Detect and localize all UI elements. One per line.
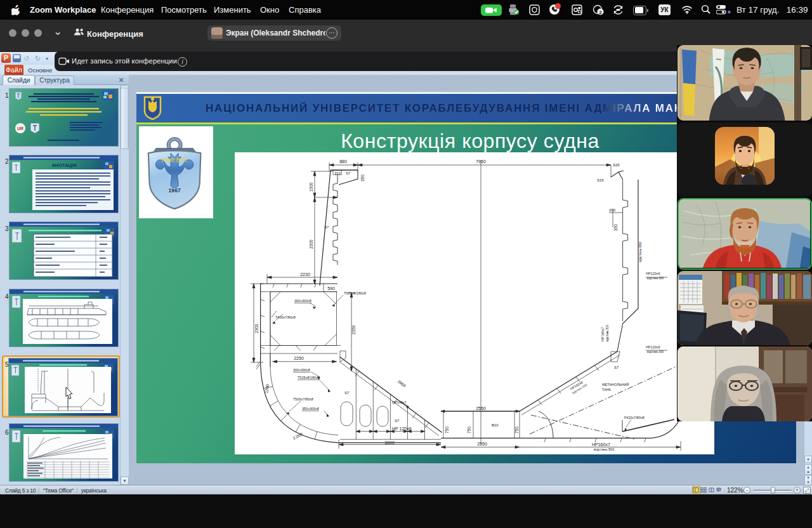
svg-text:АНОТАЦІЯ: АНОТАЦІЯ bbox=[51, 162, 76, 168]
svg-text:1200: 1200 bbox=[264, 383, 270, 393]
svg-text:2350: 2350 bbox=[351, 325, 356, 334]
svg-text:2550: 2550 bbox=[477, 442, 487, 446]
svg-text:880: 880 bbox=[339, 159, 347, 164]
svg-text:750: 750 bbox=[445, 426, 449, 433]
svg-text:2: 2 bbox=[599, 10, 602, 15]
svg-text:1000: 1000 bbox=[309, 182, 313, 192]
svg-text:2230: 2230 bbox=[300, 272, 310, 277]
svg-text:відстань 650: відстань 650 bbox=[638, 242, 642, 262]
svg-text:HP 120x6: HP 120x6 bbox=[392, 426, 412, 431]
svg-text:350: 350 bbox=[360, 175, 365, 182]
svg-text:750: 750 bbox=[514, 426, 519, 433]
svg-text:2250: 2250 bbox=[294, 356, 304, 360]
svg-text:T500x7/80x8: T500x7/80x8 bbox=[293, 397, 313, 401]
svg-text:350x300x8: 350x300x8 bbox=[302, 407, 319, 411]
svg-text:відстань 500: відстань 500 bbox=[594, 447, 614, 451]
svg-text:ЮНЕ ВУС: ЮНЕ ВУС bbox=[162, 157, 188, 163]
svg-text:S7: S7 bbox=[344, 391, 350, 395]
svg-text:HP160x7: HP160x7 bbox=[601, 327, 605, 341]
svg-text:UR: UR bbox=[17, 126, 23, 131]
svg-text:S7: S7 bbox=[324, 225, 329, 229]
svg-text:ТАНК: ТАНК bbox=[602, 388, 612, 392]
svg-text:590: 590 bbox=[327, 286, 335, 291]
svg-text:310: 310 bbox=[334, 171, 341, 175]
svg-text:2.000: 2.000 bbox=[292, 432, 303, 440]
svg-text:відстань 500: відстань 500 bbox=[647, 277, 664, 280]
svg-text:S15: S15 bbox=[597, 178, 604, 182]
svg-text:HP120x6: HP120x6 bbox=[646, 345, 660, 349]
svg-text:МЕТАНОЛЬНИЙ: МЕТАНОЛЬНИЙ bbox=[602, 382, 629, 386]
svg-text:750: 750 bbox=[467, 426, 471, 433]
svg-text:F420x7/80x8: F420x7/80x8 bbox=[624, 416, 645, 419]
svg-text:7950: 7950 bbox=[476, 159, 486, 164]
svg-text:350: 350 bbox=[613, 224, 618, 231]
svg-text:T400x7/80x8: T400x7/80x8 bbox=[275, 315, 296, 319]
svg-text:3300: 3300 bbox=[384, 440, 395, 445]
svg-text:S25: S25 bbox=[613, 163, 620, 167]
svg-text:HP120x6: HP120x6 bbox=[646, 272, 660, 275]
svg-text:2300: 2300 bbox=[254, 324, 259, 333]
svg-text:1967: 1967 bbox=[169, 187, 181, 194]
svg-text:T525x8/180x8: T525x8/180x8 bbox=[344, 291, 366, 295]
svg-text:S7: S7 bbox=[614, 366, 619, 369]
svg-text:3968: 3968 bbox=[396, 379, 407, 388]
svg-text:2550: 2550 bbox=[476, 406, 486, 411]
svg-text:B10: B10 bbox=[492, 423, 499, 427]
svg-text:S7: S7 bbox=[346, 171, 351, 175]
svg-text:2000: 2000 bbox=[309, 239, 313, 249]
svg-text:300x300x8: 300x300x8 bbox=[293, 368, 310, 372]
svg-text:відстань 500: відстань 500 bbox=[606, 324, 609, 341]
svg-text:200: 200 bbox=[609, 208, 616, 212]
svg-text:відстань 500: відстань 500 bbox=[647, 350, 664, 353]
svg-text:T525x8/180x8: T525x8/180x8 bbox=[298, 376, 320, 380]
svg-text:S7: S7 bbox=[395, 419, 400, 423]
svg-text:300x300x8: 300x300x8 bbox=[294, 299, 311, 303]
svg-text:HP160x7: HP160x7 bbox=[592, 442, 610, 447]
